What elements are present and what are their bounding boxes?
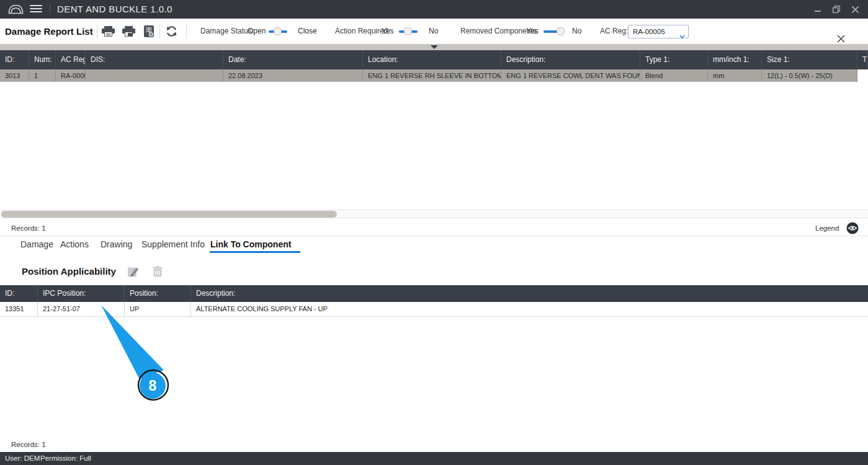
callout-ring [138, 370, 168, 400]
column-header[interactable]: Location: [363, 50, 501, 69]
section-title: Position Applicability [22, 263, 116, 280]
restore-button[interactable] [827, 1, 846, 17]
damage-status-toggle[interactable] [269, 30, 287, 33]
page-title: Damage Report List [5, 19, 93, 44]
callout-number: 8 [149, 378, 157, 394]
cell-description[interactable]: ALTERNATE COOLING SUPPLY FAN - UP [191, 302, 868, 316]
removed-components-yes-label: Yes [526, 19, 539, 44]
records-count: Records: 1 [11, 438, 46, 451]
records-count: Records: 1 [11, 220, 46, 236]
column-header[interactable]: ID: [0, 285, 38, 302]
toolbar: Damage Report List [0, 19, 868, 44]
removed-components-no-label: No [572, 19, 581, 44]
column-header[interactable]: Num: [29, 50, 56, 69]
refresh-button[interactable] [166, 19, 177, 44]
legend-label: Legend [815, 220, 839, 236]
cell-dis[interactable] [86, 69, 223, 82]
status-user: User: DEM [5, 452, 40, 465]
hamburger-menu-icon[interactable] [30, 5, 42, 14]
column-header[interactable]: T [857, 50, 868, 69]
column-header[interactable]: AC Reg: [56, 50, 86, 69]
action-required-no-label: No [429, 19, 438, 44]
tab-actions[interactable]: Actions [60, 237, 89, 254]
cell-description[interactable]: ENG 1 REVERSE COWL DENT WAS FOUND [501, 69, 640, 82]
titlebar-separator [50, 4, 50, 14]
print-button[interactable] [102, 19, 115, 44]
export-excel-button[interactable] [144, 19, 154, 44]
collapse-panel-handle[interactable] [0, 44, 868, 50]
detail-tabs: Damage Actions Drawing Supplement Info L… [0, 237, 868, 254]
damage-status-label: Damage Status: [200, 19, 254, 44]
tab-drawing[interactable]: Drawing [101, 237, 132, 254]
cell-size1[interactable]: 12(L) - 0.5(W) - 25(D) [762, 69, 857, 82]
cell-location[interactable]: ENG 1 REVERSE RH SLEEVE IN BOTTOM PLACE.… [363, 69, 501, 82]
column-header[interactable]: IPC Position: [38, 285, 125, 302]
column-header[interactable]: Type 1: [640, 50, 708, 69]
column-header[interactable]: mm/inch 1: [708, 50, 762, 69]
position-grid-header: ID: IPC Position: Position: Description: [0, 285, 868, 302]
cell-num[interactable]: 1 [29, 69, 56, 82]
titlebar: DENT AND BUCKLE 1.0.0 [0, 0, 868, 19]
toolbar-separator [186, 25, 187, 38]
delete-icon[interactable] [153, 266, 163, 279]
column-header[interactable]: ID: [0, 50, 29, 69]
ac-reg-label: AC Reg: [600, 19, 628, 44]
toolbar-separator [97, 25, 97, 38]
position-applicability-header: Position Applicability [0, 263, 868, 281]
cell-ac-reg[interactable]: RA-00005 [56, 69, 86, 82]
ac-reg-value: RA-00005 [633, 25, 665, 38]
report-grid-row-selected[interactable]: 3013 1 RA-00005 22.08.2023 ENG 1 REVERSE… [0, 69, 857, 82]
horizontal-scrollbar[interactable] [0, 210, 868, 218]
collapse-arrow-icon [431, 45, 438, 49]
cell-type1[interactable]: Blend [640, 69, 708, 82]
column-header[interactable]: DIS: [86, 50, 223, 69]
app-window: DENT AND BUCKLE 1.0.0 Damage Report List [0, 0, 868, 465]
callout-circle [140, 373, 166, 399]
column-header[interactable]: Description: [191, 285, 868, 302]
action-required-toggle[interactable] [399, 30, 418, 33]
toggle-knob[interactable] [404, 27, 412, 35]
cell-ipc-position[interactable]: 21-27-51-07 [38, 302, 125, 316]
removed-components-toggle[interactable] [544, 30, 562, 33]
cell-id[interactable]: 3013 [0, 69, 29, 82]
statusbar: User: DEM Permission: Full [0, 452, 868, 465]
report-grid-header: ID: Num: AC Reg: DIS: Date: Location: De… [0, 50, 868, 69]
cell-date[interactable]: 22.08.2023 [223, 69, 363, 82]
report-grid-footer: Records: 1 Legend [0, 220, 868, 236]
column-header[interactable]: Date: [223, 50, 363, 69]
toolbar-separator [159, 25, 160, 38]
damage-status-open-label: Open [248, 19, 266, 44]
tab-supplement-info[interactable]: Supplement Info [141, 237, 205, 254]
cell-mm-inch1[interactable]: mm [708, 69, 762, 82]
cell-id[interactable]: 13351 [0, 302, 38, 316]
position-grid-row[interactable]: 13351 21-27-51-07 UP ALTERNATE COOLING S… [0, 302, 868, 317]
minimize-button[interactable] [808, 1, 827, 17]
chevron-down-icon [679, 30, 685, 41]
cell-position[interactable]: UP [125, 302, 191, 316]
edit-icon[interactable] [128, 266, 139, 279]
legend-eye-icon[interactable] [846, 222, 859, 236]
scrollbar-thumb[interactable] [1, 211, 337, 218]
column-header[interactable]: Size 1: [762, 50, 857, 69]
column-header[interactable]: Position: [125, 285, 191, 302]
toggle-knob[interactable] [557, 27, 565, 35]
ac-reg-dropdown[interactable]: RA-00005 [628, 25, 689, 38]
column-header[interactable]: Description: [501, 50, 640, 69]
window-controls [808, 0, 864, 19]
tab-damage[interactable]: Damage [20, 237, 53, 254]
app-title: DENT AND BUCKLE 1.0.0 [57, 0, 172, 19]
damage-status-close-label: Close [298, 19, 317, 44]
app-logo-icon [7, 3, 24, 17]
active-tab-underline [210, 251, 300, 253]
print-preview-button[interactable] [122, 19, 135, 44]
action-required-yes-label: Yes [382, 19, 394, 44]
close-window-button[interactable] [846, 1, 864, 17]
status-permission: Permission: Full [40, 452, 91, 465]
toggle-knob[interactable] [274, 27, 282, 35]
